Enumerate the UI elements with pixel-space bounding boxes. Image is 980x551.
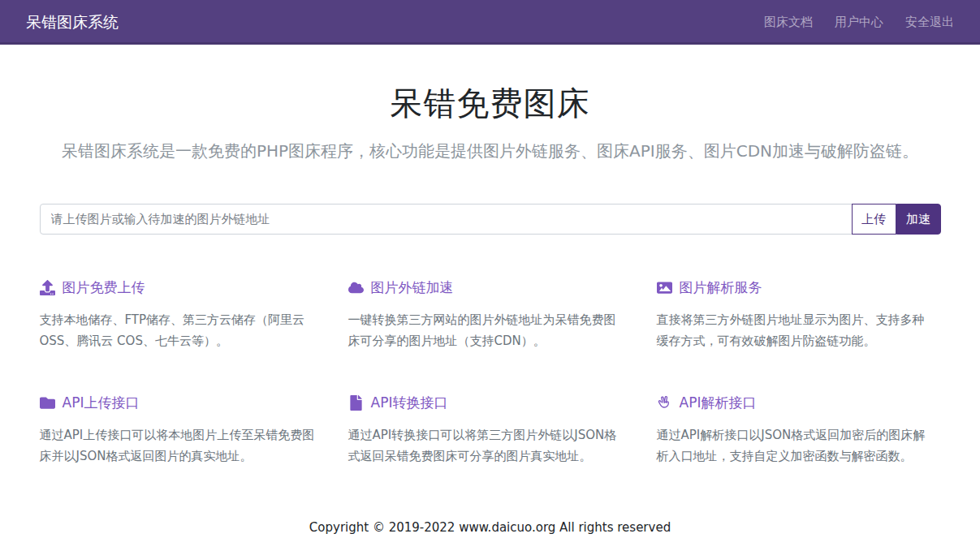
nav-link-docs[interactable]: 图床文档 bbox=[764, 15, 813, 30]
feature-title-text: 图片免费上传 bbox=[63, 277, 145, 298]
page-title: 呆错免费图床 bbox=[0, 80, 980, 126]
features-grid: 图片免费上传 支持本地储存、FTP储存、第三方云储存（阿里云 OSS、腾讯云 C… bbox=[40, 277, 941, 467]
feature-link-api-parse[interactable]: API解析接口 bbox=[657, 392, 941, 413]
file-icon bbox=[348, 395, 364, 411]
feature-link-cdn[interactable]: 图片外链加速 bbox=[348, 277, 632, 298]
feature-description: 一键转换第三方网站的图片外链地址为呆错免费图床可分享的图片地址（支持CDN）。 bbox=[348, 309, 632, 351]
feature-link-upload[interactable]: 图片免费上传 bbox=[40, 277, 324, 298]
upload-button[interactable]: 上传 bbox=[852, 204, 896, 235]
feature-link-parse[interactable]: 图片解析服务 bbox=[657, 277, 941, 298]
nav-link-logout[interactable]: 安全退出 bbox=[905, 15, 954, 30]
feature-title-text: 图片解析服务 bbox=[680, 277, 762, 298]
page-subtitle: 呆错图床系统是一款免费的PHP图床程序，核心功能是提供图片外链服务、图床API服… bbox=[0, 139, 980, 163]
feature-description: 直接将第三方外链图片地址显示为图片、支持多种缓存方式，可有效破解图片防盗链功能。 bbox=[657, 309, 941, 351]
cloud-icon bbox=[348, 280, 364, 295]
nav-link-user[interactable]: 用户中心 bbox=[835, 15, 883, 30]
hand-peace-icon bbox=[657, 395, 672, 411]
feature-card-api-upload: API上传接口 通过API上传接口可以将本地图片上传至呆错免费图床并以JSON格… bbox=[40, 392, 324, 467]
hero-section: 呆错免费图床 呆错图床系统是一款免费的PHP图床程序，核心功能是提供图片外链服务… bbox=[0, 80, 980, 163]
navbar: 呆错图床系统 图床文档 用户中心 安全退出 bbox=[0, 0, 980, 45]
feature-link-api-upload[interactable]: API上传接口 bbox=[40, 392, 324, 413]
feature-card-api-convert: API转换接口 通过API转换接口可以将第三方图片外链以JSON格式返回呆错免费… bbox=[348, 392, 632, 467]
feature-card-parse: 图片解析服务 直接将第三方外链图片地址显示为图片、支持多种缓存方式，可有效破解图… bbox=[657, 277, 941, 351]
navbar-links: 图床文档 用户中心 安全退出 bbox=[764, 15, 954, 30]
upload-icon bbox=[40, 280, 55, 295]
feature-title-text: API转换接口 bbox=[371, 392, 448, 413]
feature-link-api-convert[interactable]: API转换接口 bbox=[348, 392, 632, 413]
feature-description: 通过API转换接口可以将第三方图片外链以JSON格式返回呆错免费图床可分享的图片… bbox=[348, 424, 632, 467]
footer-copyright: Copyright © 2019-2022 www.daicuo.org All… bbox=[0, 520, 980, 535]
feature-description: 通过API上传接口可以将本地图片上传至呆错免费图床并以JSON格式返回图片的真实… bbox=[40, 424, 324, 467]
image-url-input[interactable] bbox=[40, 204, 853, 235]
feature-title-text: API上传接口 bbox=[63, 392, 140, 413]
feature-card-upload: 图片免费上传 支持本地储存、FTP储存、第三方云储存（阿里云 OSS、腾讯云 C… bbox=[40, 277, 324, 351]
feature-description: 支持本地储存、FTP储存、第三方云储存（阿里云 OSS、腾讯云 COS、七牛云等… bbox=[40, 309, 324, 351]
folder-icon bbox=[40, 395, 55, 411]
feature-card-api-parse: API解析接口 通过API解析接口以JSON格式返回加密后的图床解析入口地址，支… bbox=[657, 392, 941, 467]
feature-card-cdn: 图片外链加速 一键转换第三方网站的图片外链地址为呆错免费图床可分享的图片地址（支… bbox=[348, 277, 632, 351]
accelerate-button[interactable]: 加速 bbox=[896, 204, 941, 235]
upload-input-group: 上传 加速 bbox=[40, 204, 941, 235]
brand-title[interactable]: 呆错图床系统 bbox=[26, 12, 119, 33]
feature-description: 通过API解析接口以JSON格式返回加密后的图床解析入口地址，支持自定义加密函数… bbox=[657, 424, 941, 467]
feature-title-text: 图片外链加速 bbox=[371, 277, 454, 298]
feature-title-text: API解析接口 bbox=[680, 392, 757, 413]
image-icon bbox=[657, 280, 672, 295]
